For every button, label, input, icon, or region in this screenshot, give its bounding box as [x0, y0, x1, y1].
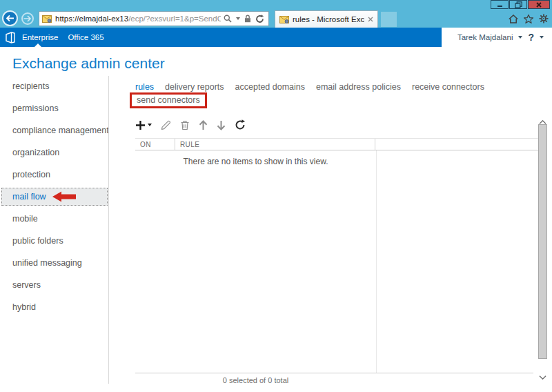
annotation-arrow-icon: [52, 191, 76, 202]
column-divider: [175, 139, 175, 150]
sidebar-item-servers[interactable]: servers: [0, 276, 108, 294]
sidebar-item-label: permissions: [12, 104, 59, 113]
favorites-star-icon[interactable]: [524, 14, 533, 23]
exchange-favicon: [42, 15, 52, 23]
tab-send-connectors[interactable]: send connectors: [137, 95, 200, 105]
url-host: https://elmajdal-ex13: [55, 14, 128, 23]
screen: https://elmajdal-ex13/ecp/?exsvurl=1&p=S…: [0, 0, 552, 392]
search-dropdown-icon[interactable]: [236, 17, 240, 20]
move-down-button[interactable]: [217, 120, 226, 130]
minimize-icon: [497, 1, 503, 8]
window-minimize-button[interactable]: [491, 0, 509, 9]
sidebar-item-public-folders[interactable]: public folders: [0, 232, 108, 250]
search-icon[interactable]: [224, 14, 232, 23]
arrow-down-icon: [217, 120, 226, 130]
plus-icon: [135, 120, 146, 130]
address-bar[interactable]: https://elmajdal-ex13/ecp/?exsvurl=1&p=S…: [39, 11, 269, 26]
trash-icon: [180, 120, 190, 130]
sidebar-item-label: unified messaging: [12, 258, 82, 268]
url-text: https://elmajdal-ex13/ecp/?exsvurl=1&p=S…: [55, 14, 221, 23]
tab-strip-row-1: rulesdelivery reportsaccepted domainsema…: [135, 81, 484, 92]
sidebar-item-label: protection: [12, 170, 50, 179]
sidebar-item-mail-flow[interactable]: mail flow: [1, 188, 108, 206]
url-path: /ecp/?exsvurl=1&p=SendConnectors: [128, 14, 221, 23]
pencil-icon: [161, 120, 171, 130]
selected-nav-notch: [34, 43, 41, 47]
tab-close-icon[interactable]: [368, 17, 373, 22]
refresh-page-icon[interactable]: [255, 14, 264, 23]
settings-gear-icon[interactable]: [539, 14, 549, 23]
delete-button[interactable]: [180, 120, 190, 130]
browser-navbar: https://elmajdal-ex13/ecp/?exsvurl=1&p=S…: [0, 10, 552, 28]
appbar: Enterprise Office 365 Tarek Majdalani ?: [0, 28, 552, 47]
window-titlebar: [0, 0, 552, 10]
tab-title: rules - Microsoft Exchange: [293, 15, 364, 23]
sidebar-item-unified-messaging[interactable]: unified messaging: [0, 254, 108, 272]
sidebar-item-organization[interactable]: organization: [0, 144, 108, 161]
sidebar-item-label: compliance management: [12, 126, 109, 135]
appbar-blue-strip: Enterprise Office 365: [0, 28, 442, 47]
sidebar-item-label: mail flow: [12, 188, 46, 206]
arrow-up-icon: [199, 120, 208, 130]
back-button[interactable]: [2, 10, 18, 26]
scrollbar-thumb[interactable]: [538, 124, 547, 359]
empty-list-message: There are no items to show in this view.: [135, 157, 376, 166]
office-logo-icon: [6, 32, 15, 43]
tab-strip-row-2: send connectors: [130, 92, 207, 108]
sidebar-divider: [108, 76, 109, 384]
add-button[interactable]: [135, 120, 152, 130]
help-menu[interactable]: ?: [528, 32, 534, 43]
scroll-down-icon[interactable]: [539, 370, 546, 382]
nav-office-365[interactable]: Office 365: [68, 33, 103, 41]
sidebar-item-label: recipients: [12, 81, 50, 91]
close-icon: [536, 2, 542, 8]
window-close-button[interactable]: [528, 0, 550, 9]
window-restore-button[interactable]: [509, 0, 527, 9]
sidebar-item-compliance-management[interactable]: compliance management: [0, 121, 108, 139]
page-title: Exchange admin center: [12, 55, 165, 72]
refresh-button[interactable]: [235, 119, 246, 130]
selection-status: 0 selected of 0 total: [135, 376, 376, 384]
forward-button[interactable]: [21, 12, 34, 25]
new-tab-button[interactable]: [381, 12, 397, 27]
list-bottom-border: [135, 373, 533, 373]
home-icon[interactable]: [509, 14, 518, 23]
column-header-rule: RULE: [180, 141, 199, 148]
sidebar-item-label: hybrid: [12, 302, 36, 312]
sidebar-item-label: servers: [12, 280, 41, 290]
sidebar-item-protection[interactable]: protection: [0, 166, 108, 184]
sidebar-item-recipients[interactable]: recipients: [0, 77, 108, 95]
user-menu[interactable]: Tarek Majdalani: [457, 33, 513, 41]
help-menu-dropdown-icon[interactable]: [540, 36, 544, 39]
sidebar-item-label: mobile: [12, 214, 38, 224]
tab-accepted-domains[interactable]: accepted domains: [235, 82, 305, 92]
refresh-icon: [235, 119, 246, 130]
list-toolbar: [135, 118, 246, 132]
move-up-button[interactable]: [199, 120, 208, 130]
vertical-scrollbar[interactable]: [538, 113, 549, 384]
lock-icon: [244, 14, 251, 23]
column-header-on: ON: [140, 141, 151, 148]
edit-button[interactable]: [161, 120, 171, 130]
back-arrow-icon: [6, 14, 14, 22]
column-divider: [375, 139, 375, 150]
annotation-box: send connectors: [130, 92, 207, 108]
add-dropdown-icon[interactable]: [148, 124, 152, 126]
sidebar-item-mobile[interactable]: mobile: [0, 210, 108, 228]
tab-rules[interactable]: rules: [135, 82, 154, 92]
nav-enterprise[interactable]: Enterprise: [22, 33, 58, 41]
sidebar-item-hybrid[interactable]: hybrid: [0, 298, 108, 316]
browser-tab[interactable]: rules - Microsoft Exchange: [275, 10, 378, 28]
sidebar-item-permissions[interactable]: permissions: [0, 99, 108, 117]
user-menu-dropdown-icon[interactable]: [518, 36, 522, 39]
tab-receive-connectors[interactable]: receive connectors: [412, 82, 484, 92]
exchange-favicon: [279, 16, 289, 23]
tab-email-address-policies[interactable]: email address policies: [316, 82, 401, 92]
sidebar-item-label: organization: [12, 148, 59, 157]
details-pane-divider: [376, 150, 377, 373]
forward-arrow-icon: [23, 15, 32, 22]
list-header: ON RULE: [135, 138, 539, 150]
restore-icon: [515, 1, 522, 8]
sidebar: recipientspermissionscompliance manageme…: [0, 77, 108, 320]
tab-delivery-reports[interactable]: delivery reports: [165, 82, 224, 92]
